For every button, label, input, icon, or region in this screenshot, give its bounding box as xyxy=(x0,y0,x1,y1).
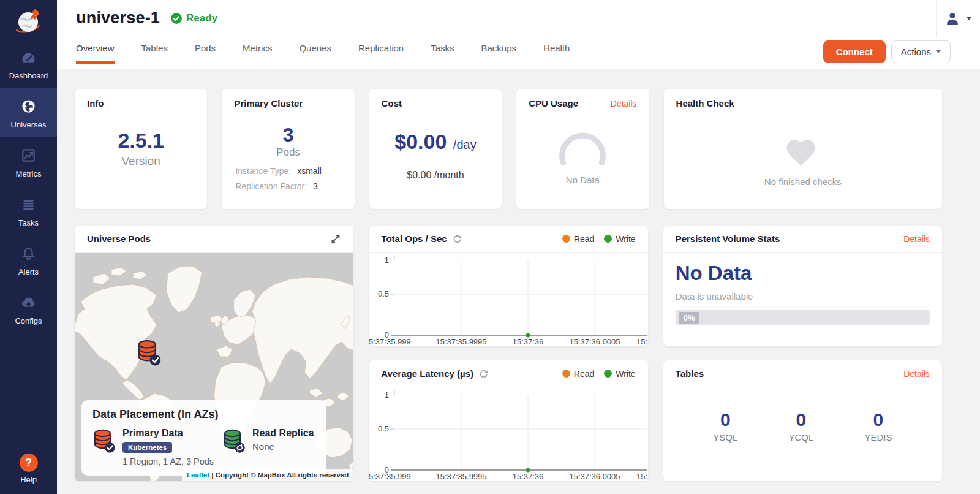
overview-content: Info 2.5.1 Version Primary Cluster 3 Pod… xyxy=(57,69,980,494)
x-tick: 15:37 xyxy=(636,472,647,481)
page-header: universe-1 Ready Overview Tables Pods Me… xyxy=(57,0,980,69)
database-check-icon xyxy=(136,338,162,367)
info-card: Info 2.5.1 Version xyxy=(75,89,207,209)
card-title: CPU Usage xyxy=(529,98,578,108)
world-map[interactable]: Data Placement (In AZs) xyxy=(75,253,353,481)
line-chart-icon xyxy=(20,147,37,164)
replication-factor-row: Replication Factor: 3 xyxy=(235,181,341,191)
tab-overview[interactable]: Overview xyxy=(76,43,115,64)
tables-details-link[interactable]: Details xyxy=(903,369,930,379)
tab-tasks[interactable]: Tasks xyxy=(431,43,454,64)
tab-backups[interactable]: Backups xyxy=(481,43,517,64)
cost-unit: /day xyxy=(453,138,477,151)
legend-read[interactable]: Read xyxy=(562,234,594,244)
tab-pods[interactable]: Pods xyxy=(195,43,216,64)
universe-pods-card: Universe Pods xyxy=(75,226,353,481)
list-icon xyxy=(20,196,37,213)
cpu-no-data-text: No Data xyxy=(516,175,649,185)
average-latency-plot[interactable]: 1 0.5 0 5:37:35.999 15:37:35.9995 15:37:… xyxy=(369,387,647,481)
ysql-count: 0 xyxy=(713,409,737,430)
database-sync-icon xyxy=(222,428,246,454)
actions-button[interactable]: Actions xyxy=(891,40,951,63)
tab-metrics[interactable]: Metrics xyxy=(243,43,272,64)
instance-type-value: xsmall xyxy=(297,166,322,176)
card-title: Info xyxy=(87,98,104,108)
primary-data-map-marker[interactable] xyxy=(136,338,162,367)
x-tick: 15:37:36 xyxy=(513,337,544,346)
yugabyte-logo[interactable] xyxy=(0,0,57,39)
leaflet-link[interactable]: Leaflet xyxy=(187,471,209,479)
y-tick: 1 xyxy=(385,256,389,265)
legend-read[interactable]: Read xyxy=(562,369,594,379)
x-tick: 15:37:36.0005 xyxy=(570,472,620,481)
persistent-volume-card: Persistent Volume Stats Details No Data … xyxy=(663,226,942,346)
total-ops-plot[interactable]: 1 0.5 0 5:37:35.999 15:37:35.9995 15:37:… xyxy=(369,253,647,346)
sidebar-item-metrics[interactable]: Metrics xyxy=(0,137,57,186)
status-badge: Ready xyxy=(171,12,217,25)
sidebar-item-label: Help xyxy=(0,475,57,484)
cloud-upload-icon xyxy=(20,294,37,311)
primary-data-desc: 1 Region, 1 AZ, 3 Pods xyxy=(123,457,214,466)
globe-icon xyxy=(20,98,37,115)
expand-icon[interactable] xyxy=(330,234,341,245)
sidebar-item-dashboard[interactable]: Dashboard xyxy=(0,39,57,88)
yedis-count: 0 xyxy=(864,409,892,430)
sidebar-item-label: Configs xyxy=(0,316,57,325)
sidebar-item-label: Universes xyxy=(0,120,57,129)
chevron-down-icon xyxy=(936,50,941,53)
chart-legend: Read Write xyxy=(562,234,636,244)
tab-queries[interactable]: Queries xyxy=(299,43,331,64)
x-tick: 5:37:35.999 xyxy=(369,472,411,481)
yedis-count-block: 0 YEDIS xyxy=(864,409,892,443)
sidebar-item-tasks[interactable]: Tasks xyxy=(0,186,57,235)
pvs-details-link[interactable]: Details xyxy=(903,234,930,244)
card-title: Persistent Volume Stats xyxy=(676,234,780,244)
x-tick: 5:37:35.999 xyxy=(369,337,411,346)
sidebar-item-alerts[interactable]: Alerts xyxy=(0,235,57,284)
tab-replication[interactable]: Replication xyxy=(358,43,404,64)
tab-tables[interactable]: Tables xyxy=(141,43,168,64)
tab-health[interactable]: Health xyxy=(543,43,570,64)
pvs-no-data-text: No Data xyxy=(676,262,930,285)
yedis-label: YEDIS xyxy=(864,432,892,443)
user-menu[interactable] xyxy=(944,10,971,26)
sidebar-item-help[interactable]: ? Help xyxy=(0,454,57,484)
instance-type-key: Instance Type: xyxy=(235,166,291,176)
actions-button-label: Actions xyxy=(901,47,931,57)
legend-write[interactable]: Write xyxy=(604,369,635,379)
read-dot-icon xyxy=(562,370,570,378)
write-dot-icon xyxy=(604,235,612,243)
version-label: Version xyxy=(75,154,207,168)
planet-rocket-icon xyxy=(13,7,45,36)
sidebar-item-configs[interactable]: Configs xyxy=(0,284,57,333)
ysql-label: YSQL xyxy=(713,432,737,443)
legend-read-label: Read xyxy=(574,369,594,379)
sidebar-item-label: Alerts xyxy=(0,267,57,276)
refresh-icon[interactable] xyxy=(479,369,488,378)
x-tick: 15:37:35.9995 xyxy=(436,472,487,481)
page-title: universe-1 xyxy=(76,9,160,28)
gauge-icon xyxy=(20,49,37,66)
pods-label: Pods xyxy=(222,146,354,159)
check-circle-icon xyxy=(171,13,182,24)
pvs-progress-label: 0% xyxy=(679,312,700,324)
card-title: Universe Pods xyxy=(87,234,151,244)
user-avatar-icon xyxy=(944,10,960,26)
sidebar-item-universes[interactable]: Universes xyxy=(0,88,57,137)
connect-button[interactable]: Connect xyxy=(823,40,886,63)
cpu-details-link[interactable]: Details xyxy=(611,99,637,108)
write-dot-icon xyxy=(604,370,612,378)
x-tick: 15:37:35.9995 xyxy=(436,337,487,346)
sidebar-item-label: Dashboard xyxy=(0,71,57,80)
sidebar: Dashboard Universes Metrics xyxy=(0,0,57,494)
legend-write[interactable]: Write xyxy=(604,234,635,244)
average-latency-card: Average Latency (µs) Read Write xyxy=(369,360,647,481)
refresh-icon[interactable] xyxy=(453,234,462,243)
cost-per-month: $0.00 /month xyxy=(369,170,502,181)
read-replica-desc: None xyxy=(252,441,314,452)
data-placement-title: Data Placement (In AZs) xyxy=(92,408,315,421)
cpu-usage-card: CPU Usage Details No Data xyxy=(516,89,649,209)
total-ops-card: Total Ops / Sec Read Write xyxy=(369,226,647,346)
legend-write-label: Write xyxy=(616,369,635,379)
sidebar-nav: Dashboard Universes Metrics xyxy=(0,39,57,333)
